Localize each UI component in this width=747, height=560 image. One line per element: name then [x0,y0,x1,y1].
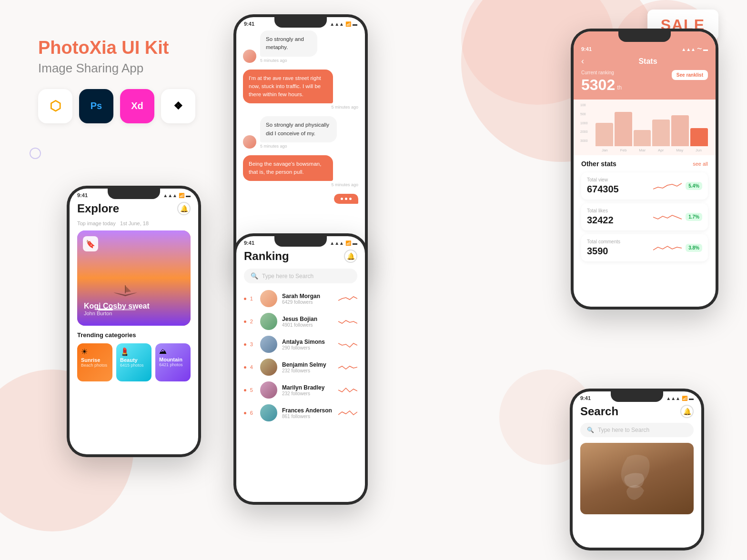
figma-icon: ❖ [173,100,183,112]
chat-time: 9:41 [244,21,254,27]
rank-followers-4: 232 followers [282,368,333,373]
stat-card-views: Total view 674305 5.4% [581,172,708,200]
cat-mountain-name: Mountain [159,357,187,362]
stat-views-label: Total view [587,177,619,182]
rank-sparkline-4 [338,362,357,372]
rank-sparkline-5 [338,385,357,395]
stat-comments-left: Total comments 3590 [587,239,620,257]
explore-bell-icon[interactable]: 🔔 [177,202,191,215]
chat-status-icons: ▲▲▲ 📶 ▬ [330,21,357,27]
rank-item-1[interactable]: 1 Sarah Morgan 6429 followers [244,290,357,307]
ps-icon: Ps [91,100,102,111]
bar-chart: 100 500 1000 2000 3000 [596,103,708,146]
hero-caption: Kogi Cosby sweat John Burton [84,291,150,316]
tool-figma[interactable]: ❖ [161,89,195,123]
ranking-bell-icon[interactable]: 🔔 [344,250,357,263]
category-mountain[interactable]: ⛰ Mountain 6421 photos [155,343,191,381]
bar-mar [634,130,651,146]
search-bell-icon[interactable]: 🔔 [680,405,694,418]
search-signal: ▲▲▲ [666,396,680,401]
rank-info-6: Frances Anderson 861 followers [282,407,333,419]
ranking-search-bar[interactable]: 🔍 Type here to Search [244,269,357,283]
tool-sketch[interactable]: ⬡ [38,89,72,123]
explore-content: Explore 🔔 Top image today 1st June, 18 🔖 [70,198,198,454]
category-sunrise[interactable]: ☀ Sunrise Beach photos [77,343,112,381]
phone-search: 9:41 ▲▲▲ 📶 ▬ Search 🔔 🔍 Type here to Sea… [570,389,704,550]
chat-signal: ▲▲▲ [330,21,344,27]
search-status-icons: ▲▲▲ 📶 ▬ [666,396,694,401]
stats-battery: ▬ [703,47,708,52]
phone-ranking: 9:41 ▲▲▲ 📶 ▬ Ranking 🔔 🔍 Type here to Se… [233,233,368,505]
y-label-4: 2000 [580,130,588,133]
search-wifi: 📶 [682,396,687,401]
mountain-icon: ⛰ [159,347,187,356]
rank-avatar-5 [260,381,277,399]
hero-image[interactable]: 🔖 Kogi Cosby sweat John Burton [77,230,191,326]
search-page-header: Search 🔔 [580,405,694,418]
x-label-mar: Mar [639,148,646,152]
phone-chat-notch [274,17,327,28]
trending-label: Trending categories [77,331,191,339]
stats-time: 9:41 [581,46,592,52]
explore-time: 9:41 [77,192,88,198]
bar-apr [652,120,670,146]
y-axis-labels: 100 500 1000 2000 3000 [580,103,588,142]
cat-beauty-count: 6415 photos [120,363,148,368]
stat-comments-right: 3.8% [653,242,702,254]
see-all-link[interactable]: see all [693,161,708,167]
views-percent: 5.4% [686,182,702,190]
chat-wifi: 📶 [345,21,351,27]
search-content: Search 🔔 🔍 Type here to Search [573,401,701,548]
stats-ranking-section: Current ranking 5302 th See ranklist [581,70,708,94]
stat-likes-right: 1.7% [653,211,702,223]
comments-percent: 3.8% [686,244,702,252]
ranking-wifi: 📶 [345,240,351,246]
other-stats-title: Other stats [581,160,616,168]
ranking-header: Ranking 🔔 [244,250,357,263]
category-beauty[interactable]: 💄 Beauty 6415 photos [116,343,151,381]
rank-sparkline-1 [338,294,357,303]
chat-battery: ▬ [353,21,357,27]
views-sparkline [653,180,682,192]
rank-item-6[interactable]: 6 Frances Anderson 861 followers [244,404,357,421]
ranking-title: Ranking [244,250,289,263]
rank-item-2[interactable]: 2 Jesus Bojian 4901 followers [244,313,357,330]
chat-text-2: I'm at the ave rave street right now, st… [249,74,327,99]
brand-title: PhotoXia UI Kit [38,38,195,58]
chat-avatar-3 [243,135,256,149]
search-image-preview[interactable] [580,443,694,514]
rank-info-3: Antalya Simons 290 followers [282,339,333,350]
stat-card-comments: Total comments 3590 3.8% [581,234,708,261]
rank-num-2: 2 [248,319,255,324]
ranking-search-placeholder: Type here to Search [262,273,313,280]
search-input-bar[interactable]: 🔍 Type here to Search [580,423,694,437]
explore-title: Explore [77,202,119,215]
rank-info-2: Jesus Bojian 4901 followers [282,316,333,328]
rank-num-4: 4 [248,364,255,370]
x-label-may: May [676,148,683,152]
hero-bookmark-icon[interactable]: 🔖 [83,236,98,251]
rank-item-5[interactable]: 5 Marilyn Bradley 232 followers [244,381,357,399]
rank-name-2: Jesus Bojian [282,316,333,322]
stats-back-arrow[interactable]: ‹ [581,56,584,66]
signal-icon: ▲▲▲ [163,193,177,198]
rank-info-1: Sarah Morgan 6429 followers [282,293,333,305]
ranking-suffix: th [617,84,622,91]
rank-item-3[interactable]: 3 Antalya Simons 290 followers [244,336,357,353]
tool-xd[interactable]: Xd [120,89,154,123]
ranking-search-icon: 🔍 [251,272,258,280]
x-label-jun: Jun [696,148,702,152]
decoration-circle [30,148,41,159]
likes-sparkline [653,211,682,223]
chat-msg-2: I'm at the ave rave street right now, st… [243,70,358,110]
rank-avatar-3 [260,336,277,353]
tool-photoshop[interactable]: Ps [79,89,113,123]
chat-text-3: So strongly and physically did I conceiv… [266,121,331,138]
ranking-number: 5302 [581,76,615,94]
chat-bubble-3: So strongly and physically did I conceiv… [260,116,337,142]
search-placeholder: Type here to Search [598,427,649,433]
rank-item-4[interactable]: 4 Benjamin Selmy 232 followers [244,359,357,376]
typing-dots [334,194,358,204]
search-preview-img [580,443,694,514]
see-ranklist-button[interactable]: See ranklist [672,70,708,80]
